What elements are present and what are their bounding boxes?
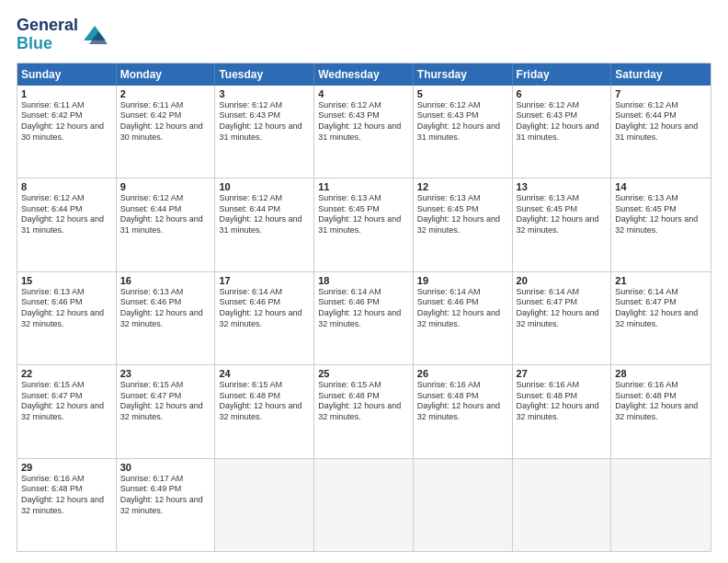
calendar-header-cell: Tuesday <box>215 63 314 86</box>
calendar-header-cell: Friday <box>513 63 612 86</box>
cell-info: Sunrise: 6:15 AMSunset: 6:47 PMDaylight:… <box>120 380 211 423</box>
cell-info: Sunrise: 6:17 AMSunset: 6:49 PMDaylight:… <box>120 474 211 517</box>
day-number: 21 <box>615 275 707 286</box>
day-number: 15 <box>21 275 112 286</box>
calendar-cell <box>314 459 414 551</box>
day-number: 27 <box>517 368 608 379</box>
cell-info: Sunrise: 6:13 AMSunset: 6:45 PMDaylight:… <box>417 193 508 236</box>
day-number: 25 <box>318 368 409 379</box>
day-number: 22 <box>21 368 112 379</box>
day-number: 4 <box>318 88 409 99</box>
day-number: 30 <box>120 462 211 473</box>
cell-info: Sunrise: 6:16 AMSunset: 6:48 PMDaylight:… <box>517 380 608 423</box>
calendar-cell: 23Sunrise: 6:15 AMSunset: 6:47 PMDayligh… <box>117 365 216 457</box>
calendar-cell <box>414 459 513 551</box>
day-number: 29 <box>21 462 112 473</box>
calendar-row: 8Sunrise: 6:12 AMSunset: 6:44 PMDaylight… <box>17 178 711 270</box>
cell-info: Sunrise: 6:12 AMSunset: 6:44 PMDaylight:… <box>615 100 707 144</box>
calendar-cell: 8Sunrise: 6:12 AMSunset: 6:44 PMDaylight… <box>17 178 117 270</box>
cell-info: Sunrise: 6:11 AMSunset: 6:42 PMDaylight:… <box>120 100 211 144</box>
cell-info: Sunrise: 6:16 AMSunset: 6:48 PMDaylight:… <box>21 474 112 517</box>
calendar-cell: 14Sunrise: 6:13 AMSunset: 6:45 PMDayligh… <box>611 178 711 270</box>
calendar: SundayMondayTuesdayWednesdayThursdayFrid… <box>17 63 711 552</box>
cell-info: Sunrise: 6:13 AMSunset: 6:45 PMDaylight:… <box>615 193 707 236</box>
cell-info: Sunrise: 6:13 AMSunset: 6:46 PMDaylight:… <box>120 287 211 330</box>
cell-info: Sunrise: 6:12 AMSunset: 6:43 PMDaylight:… <box>517 100 608 144</box>
calendar-cell: 16Sunrise: 6:13 AMSunset: 6:46 PMDayligh… <box>117 272 216 364</box>
calendar-cell: 2Sunrise: 6:11 AMSunset: 6:42 PMDaylight… <box>117 86 216 178</box>
calendar-cell <box>513 459 612 551</box>
cell-info: Sunrise: 6:12 AMSunset: 6:44 PMDaylight:… <box>219 193 310 236</box>
cell-info: Sunrise: 6:13 AMSunset: 6:46 PMDaylight:… <box>21 287 112 330</box>
calendar-body: 1Sunrise: 6:11 AMSunset: 6:42 PMDaylight… <box>17 86 711 551</box>
cell-info: Sunrise: 6:11 AMSunset: 6:42 PMDaylight:… <box>21 100 112 144</box>
logo: GeneralBlue <box>17 17 108 53</box>
cell-info: Sunrise: 6:12 AMSunset: 6:43 PMDaylight:… <box>318 100 409 144</box>
calendar-cell: 12Sunrise: 6:13 AMSunset: 6:45 PMDayligh… <box>414 178 513 270</box>
day-number: 28 <box>615 368 707 379</box>
calendar-cell: 19Sunrise: 6:14 AMSunset: 6:46 PMDayligh… <box>414 272 513 364</box>
calendar-cell: 26Sunrise: 6:16 AMSunset: 6:48 PMDayligh… <box>414 365 513 457</box>
calendar-cell: 18Sunrise: 6:14 AMSunset: 6:46 PMDayligh… <box>314 272 414 364</box>
day-number: 20 <box>517 275 608 286</box>
cell-info: Sunrise: 6:14 AMSunset: 6:47 PMDaylight:… <box>615 287 707 330</box>
calendar-cell: 3Sunrise: 6:12 AMSunset: 6:43 PMDaylight… <box>215 86 314 178</box>
cell-info: Sunrise: 6:16 AMSunset: 6:48 PMDaylight:… <box>417 380 508 423</box>
cell-info: Sunrise: 6:14 AMSunset: 6:46 PMDaylight:… <box>318 287 409 330</box>
page: GeneralBlue SundayMondayTuesdayWednesday… <box>0 0 728 563</box>
day-number: 2 <box>120 88 211 99</box>
calendar-header-cell: Thursday <box>414 63 513 86</box>
day-number: 11 <box>318 181 409 192</box>
day-number: 9 <box>120 181 211 192</box>
day-number: 8 <box>21 181 112 192</box>
calendar-cell: 9Sunrise: 6:12 AMSunset: 6:44 PMDaylight… <box>117 178 216 270</box>
calendar-header: SundayMondayTuesdayWednesdayThursdayFrid… <box>17 63 711 86</box>
calendar-cell: 7Sunrise: 6:12 AMSunset: 6:44 PMDaylight… <box>611 86 711 178</box>
calendar-cell: 20Sunrise: 6:14 AMSunset: 6:47 PMDayligh… <box>513 272 612 364</box>
day-number: 1 <box>21 88 112 99</box>
logo-text: GeneralBlue <box>17 17 78 53</box>
logo-blue: Blue <box>17 34 52 52</box>
day-number: 5 <box>417 88 508 99</box>
calendar-header-cell: Wednesday <box>314 63 414 86</box>
calendar-row: 1Sunrise: 6:11 AMSunset: 6:42 PMDaylight… <box>17 86 711 178</box>
day-number: 14 <box>615 181 707 192</box>
calendar-cell: 10Sunrise: 6:12 AMSunset: 6:44 PMDayligh… <box>215 178 314 270</box>
calendar-cell: 17Sunrise: 6:14 AMSunset: 6:46 PMDayligh… <box>215 272 314 364</box>
cell-info: Sunrise: 6:12 AMSunset: 6:43 PMDaylight:… <box>219 100 310 144</box>
day-number: 23 <box>120 368 211 379</box>
calendar-cell: 4Sunrise: 6:12 AMSunset: 6:43 PMDaylight… <box>314 86 414 178</box>
cell-info: Sunrise: 6:15 AMSunset: 6:48 PMDaylight:… <box>219 380 310 423</box>
cell-info: Sunrise: 6:15 AMSunset: 6:47 PMDaylight:… <box>21 380 112 423</box>
calendar-cell: 15Sunrise: 6:13 AMSunset: 6:46 PMDayligh… <box>17 272 117 364</box>
day-number: 16 <box>120 275 211 286</box>
calendar-header-cell: Saturday <box>611 63 711 86</box>
cell-info: Sunrise: 6:14 AMSunset: 6:46 PMDaylight:… <box>219 287 310 330</box>
day-number: 10 <box>219 181 310 192</box>
calendar-cell: 6Sunrise: 6:12 AMSunset: 6:43 PMDaylight… <box>513 86 612 178</box>
calendar-header-cell: Sunday <box>17 63 117 86</box>
day-number: 7 <box>615 88 707 99</box>
calendar-cell: 11Sunrise: 6:13 AMSunset: 6:45 PMDayligh… <box>314 178 414 270</box>
calendar-cell <box>215 459 314 551</box>
calendar-cell: 5Sunrise: 6:12 AMSunset: 6:43 PMDaylight… <box>414 86 513 178</box>
day-number: 6 <box>517 88 608 99</box>
cell-info: Sunrise: 6:16 AMSunset: 6:48 PMDaylight:… <box>615 380 707 423</box>
cell-info: Sunrise: 6:12 AMSunset: 6:44 PMDaylight:… <box>120 193 211 236</box>
calendar-cell: 21Sunrise: 6:14 AMSunset: 6:47 PMDayligh… <box>611 272 711 364</box>
calendar-cell: 29Sunrise: 6:16 AMSunset: 6:48 PMDayligh… <box>17 459 117 551</box>
calendar-header-cell: Monday <box>117 63 216 86</box>
calendar-row: 29Sunrise: 6:16 AMSunset: 6:48 PMDayligh… <box>17 458 711 551</box>
calendar-cell: 25Sunrise: 6:15 AMSunset: 6:48 PMDayligh… <box>314 365 414 457</box>
cell-info: Sunrise: 6:13 AMSunset: 6:45 PMDaylight:… <box>318 193 409 236</box>
cell-info: Sunrise: 6:14 AMSunset: 6:47 PMDaylight:… <box>517 287 608 330</box>
cell-info: Sunrise: 6:15 AMSunset: 6:48 PMDaylight:… <box>318 380 409 423</box>
calendar-cell: 1Sunrise: 6:11 AMSunset: 6:42 PMDaylight… <box>17 86 117 178</box>
day-number: 24 <box>219 368 310 379</box>
day-number: 26 <box>417 368 508 379</box>
day-number: 12 <box>417 181 508 192</box>
day-number: 3 <box>219 88 310 99</box>
calendar-cell: 28Sunrise: 6:16 AMSunset: 6:48 PMDayligh… <box>611 365 711 457</box>
cell-info: Sunrise: 6:12 AMSunset: 6:43 PMDaylight:… <box>417 100 508 144</box>
cell-info: Sunrise: 6:12 AMSunset: 6:44 PMDaylight:… <box>21 193 112 236</box>
